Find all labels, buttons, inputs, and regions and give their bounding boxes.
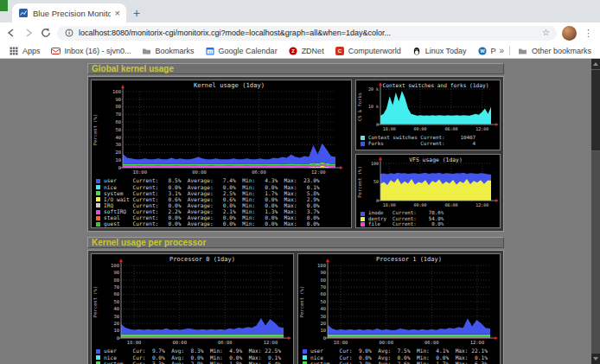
- bookmark-item[interactable]: Inbox (16) - sjvn0...: [46, 45, 137, 57]
- bookmark-item[interactable]: Apps: [3, 45, 46, 57]
- svg-text:Z: Z: [291, 48, 295, 54]
- mail-icon: [51, 46, 61, 56]
- bookmark-item[interactable]: 31Google Calendar: [200, 45, 283, 57]
- legend-row: Forks Current: 4: [361, 141, 500, 147]
- back-button[interactable]: [5, 27, 17, 39]
- legend-row: system Cur: 2.9% Avg: 2.6% Min: 1.7% Max…: [303, 361, 500, 364]
- chart-legend: Context switches Current: 10407Forks Cur…: [356, 134, 500, 147]
- svg-text:100: 100: [317, 263, 326, 268]
- chart-legend: user Cur: 9.0% Avg: 7.5% Min: 4.1% Max: …: [298, 348, 500, 364]
- svg-text:80: 80: [115, 104, 121, 109]
- bookmark-item[interactable]: WPractical Technol...: [472, 45, 497, 57]
- bookmarks-left: AppsInbox (16) - sjvn0...Bookmarks31Goog…: [3, 45, 496, 57]
- svg-text:06:00: 06:00: [424, 340, 439, 345]
- profile-avatar[interactable]: [562, 26, 577, 41]
- svg-text:Context switches and forks (1: Context switches and forks (1day): [383, 82, 489, 89]
- svg-text:30: 30: [115, 142, 121, 147]
- bookmark-item[interactable]: ZZDNet: [283, 45, 329, 57]
- chart-legend: inode Current: 70.6%dentry Current: 54.0…: [356, 210, 500, 227]
- svg-text:Percent (%): Percent (%): [299, 286, 304, 317]
- browser-menu-icon[interactable]: ⋮: [582, 28, 595, 39]
- folder-icon: [142, 46, 152, 56]
- svg-text:Processor 0 (1day): Processor 0 (1day): [169, 256, 235, 263]
- svg-text:12:00: 12:00: [311, 169, 326, 175]
- penguin-icon: [412, 46, 422, 56]
- svg-text:C: C: [337, 48, 341, 54]
- svg-text:70: 70: [320, 284, 326, 290]
- svg-text:18:00: 18:00: [334, 340, 348, 345]
- svg-text:20 k: 20 k: [368, 86, 379, 92]
- svg-text:06:00: 06:00: [444, 202, 457, 208]
- svg-text:12:00: 12:00: [264, 340, 278, 345]
- legend-row: Context switches Current: 10407: [361, 135, 500, 141]
- svg-text:30: 30: [320, 314, 326, 319]
- svg-text:100: 100: [111, 263, 119, 268]
- svg-text:50: 50: [115, 127, 121, 132]
- browser-toolbar: localhost:8080/monitorix-cgi/monitorix.c…: [0, 22, 600, 43]
- svg-text:20: 20: [113, 321, 119, 326]
- svg-text:18:00: 18:00: [383, 202, 396, 208]
- svg-text:10: 10: [115, 157, 121, 163]
- svg-text:00:00: 00:00: [172, 340, 187, 345]
- scroll-up-button[interactable]: [591, 59, 600, 69]
- forward-button[interactable]: [22, 27, 35, 39]
- svg-text:CS & forks: CS & forks: [357, 93, 362, 121]
- svg-text:10: 10: [113, 328, 119, 333]
- bookmark-item[interactable]: CComputerworld: [329, 45, 406, 57]
- bookmarks-overflow-icon[interactable]: »: [496, 46, 507, 55]
- svg-text:90: 90: [115, 97, 121, 102]
- svg-text:70: 70: [115, 112, 121, 117]
- svg-text:VFS usage (1day): VFS usage (1day): [409, 156, 463, 163]
- svg-text:80: 80: [113, 278, 119, 283]
- svg-text:90: 90: [113, 270, 119, 275]
- reload-button[interactable]: [40, 27, 52, 39]
- kernel-usage-chart[interactable]: 100908070605040302010018:0000:0006:0012:…: [91, 80, 352, 228]
- site-info-icon[interactable]: [64, 28, 74, 38]
- processor0-chart[interactable]: 100908070605040302010018:0000:0006:0012:…: [91, 253, 294, 364]
- global-kernel-charts: 100908070605040302010018:0000:0006:0012:…: [87, 76, 504, 232]
- apps-grid-icon: [9, 46, 19, 56]
- svg-text:18:00: 18:00: [383, 126, 396, 131]
- context-switches-chart[interactable]: 20 k10 k018:0000:0006:0012:00Context swi…: [355, 80, 501, 150]
- svg-text:90: 90: [320, 270, 326, 275]
- svg-text:20: 20: [320, 321, 326, 326]
- svg-text:06:00: 06:00: [444, 126, 457, 131]
- svg-text:Percent (%): Percent (%): [357, 166, 362, 197]
- tab-strip: Blue Precision Monitorix × +: [0, 0, 600, 22]
- scroll-down-button[interactable]: [591, 354, 600, 364]
- right-chart-column: 20 k10 k018:0000:0006:0012:00Context swi…: [355, 80, 501, 228]
- new-tab-button[interactable]: +: [126, 4, 147, 22]
- svg-text:00:00: 00:00: [414, 126, 427, 131]
- svg-text:50: 50: [373, 179, 379, 184]
- section-title-global-kernel-usage: Global kernel usage: [87, 63, 504, 74]
- desktop-corner-artifact: [0, 0, 8, 11]
- svg-text:10: 10: [320, 328, 326, 333]
- svg-text:60: 60: [320, 291, 326, 297]
- address-bar[interactable]: localhost:8080/monitorix-cgi/monitorix.c…: [57, 26, 557, 41]
- bookmark-item[interactable]: Bookmarks: [137, 45, 200, 57]
- svg-text:60: 60: [115, 119, 121, 125]
- vfs-usage-chart[interactable]: 10050018:0000:0006:0012:00VFS usage (1da…: [355, 154, 501, 228]
- chart-legend: user Current: 8.5% Average: 7.4% Min: 4.…: [92, 177, 351, 227]
- bookmarks-right: » Other bookmarks: [496, 45, 597, 57]
- svg-text:20: 20: [115, 150, 121, 155]
- svg-text:00:00: 00:00: [414, 202, 427, 208]
- svg-text:30: 30: [113, 314, 119, 319]
- bookmark-star-icon[interactable]: ☆: [542, 29, 550, 37]
- legend-row: system Cur: 3.3% Avg: 2.9% Min: 1.8% Max…: [96, 361, 293, 364]
- svg-text:40: 40: [115, 135, 121, 140]
- svg-text:Percent (%): Percent (%): [93, 286, 98, 317]
- browser-window: Blue Precision Monitorix × + localhost:8…: [0, 0, 600, 59]
- browser-tab[interactable]: Blue Precision Monitorix ×: [12, 3, 126, 22]
- scrollbar-thumb[interactable]: [591, 69, 600, 151]
- bookmark-item[interactable]: Linux Today: [406, 45, 472, 57]
- svg-text:50: 50: [320, 299, 326, 304]
- other-bookmarks-button[interactable]: Other bookmarks: [513, 45, 597, 57]
- page-scrollbar[interactable]: [591, 59, 600, 364]
- svg-text:100: 100: [112, 89, 121, 94]
- processor1-chart[interactable]: 100908070605040302010018:0000:0006:0012:…: [297, 253, 501, 364]
- tab-close-icon[interactable]: ×: [115, 9, 120, 18]
- svg-text:06:00: 06:00: [218, 340, 233, 345]
- per-processor-charts: 100908070605040302010018:0000:0006:0012:…: [87, 250, 504, 364]
- legend-row: file Current: 0.0%: [361, 222, 500, 227]
